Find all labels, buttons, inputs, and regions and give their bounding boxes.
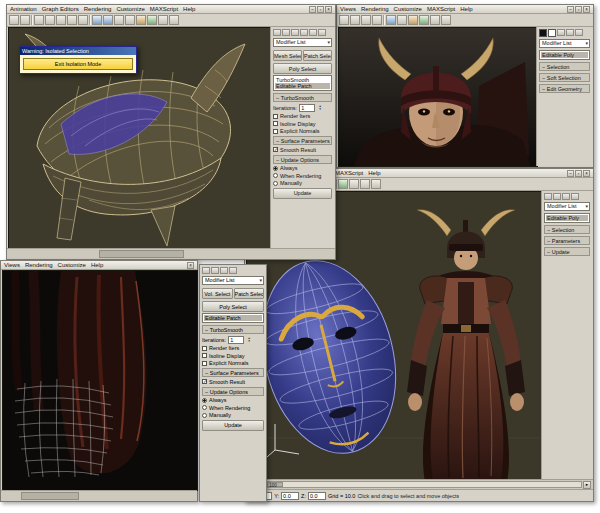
menu-views[interactable]: Views: [340, 6, 356, 12]
select-icon[interactable]: [34, 15, 44, 25]
menu-help[interactable]: Help: [368, 170, 380, 176]
maximize-icon[interactable]: ▫: [575, 170, 582, 177]
viewport-cloth[interactable]: [2, 270, 198, 491]
modifier-list-dropdown[interactable]: Modifier List: [539, 39, 590, 48]
scrollbar-thumb[interactable]: [99, 250, 184, 258]
poly-select-button[interactable]: Poly Select: [202, 301, 264, 312]
render-icon[interactable]: [338, 179, 348, 189]
display-tab-icon[interactable]: [571, 193, 579, 200]
menu-views[interactable]: Views: [4, 262, 20, 268]
smooth-result-checkbox[interactable]: [202, 379, 207, 384]
utilities-tab-icon[interactable]: [229, 267, 237, 274]
horizontal-scrollbar[interactable]: [1, 490, 197, 501]
modifier-list-dropdown[interactable]: Modifier List: [544, 202, 590, 211]
scale-icon[interactable]: [372, 15, 382, 25]
modify-tab-icon[interactable]: [282, 29, 290, 36]
update-button[interactable]: Update: [202, 420, 264, 431]
render-iters-checkbox[interactable]: [273, 114, 278, 119]
rollout-update-options[interactable]: Update Options: [273, 155, 332, 164]
close-icon[interactable]: ×: [583, 6, 590, 13]
create-tab-icon[interactable]: [202, 267, 210, 274]
rollout-selection[interactable]: Selection: [539, 62, 590, 71]
undo-icon[interactable]: [9, 15, 19, 25]
stack-item-editable-poly[interactable]: Editable Poly: [546, 215, 588, 221]
menu-help[interactable]: Help: [91, 262, 103, 268]
rollout-update[interactable]: Update: [544, 247, 590, 256]
modify-tab-icon[interactable]: [553, 193, 561, 200]
snap-icon[interactable]: [386, 15, 396, 25]
stack-item-editable-poly[interactable]: Editable Poly: [541, 52, 588, 58]
rollout-edit-geometry[interactable]: Edit Geometry: [539, 84, 590, 93]
menu-animation[interactable]: Animation: [10, 6, 37, 12]
always-radio[interactable]: [273, 166, 278, 171]
close-icon[interactable]: ×: [325, 6, 332, 13]
create-tab-icon[interactable]: [273, 29, 281, 36]
rollout-turbosmooth[interactable]: TurboSmooth: [273, 93, 332, 102]
mirror-icon[interactable]: [397, 15, 407, 25]
hierarchy-tab-icon[interactable]: [562, 193, 570, 200]
motion-tab-icon[interactable]: [300, 29, 308, 36]
maximize-icon[interactable]: ▫: [317, 6, 324, 13]
move-icon[interactable]: [56, 15, 66, 25]
smooth-result-checkbox[interactable]: [273, 147, 278, 152]
manually-radio[interactable]: [273, 181, 278, 186]
menu-rendering[interactable]: Rendering: [25, 262, 53, 268]
toolbar-icon[interactable]: [349, 179, 359, 189]
modifier-list-dropdown[interactable]: Modifier List: [202, 276, 264, 285]
menu-customize[interactable]: Customize: [394, 6, 422, 12]
spinner-down-icon[interactable]: ▾: [317, 108, 323, 111]
angle-snap-icon[interactable]: [103, 15, 113, 25]
rollout-surface-parameters[interactable]: Surface Parameters: [273, 136, 332, 145]
create-tab-icon[interactable]: [544, 193, 552, 200]
display-tab-icon[interactable]: [220, 267, 228, 274]
iterations-spinner[interactable]: ▴ ▾: [317, 105, 323, 111]
menu-customize[interactable]: Customize: [116, 6, 144, 12]
horizontal-scrollbar[interactable]: [7, 248, 335, 259]
close-icon[interactable]: ×: [187, 262, 194, 269]
move-icon[interactable]: [350, 15, 360, 25]
manually-radio[interactable]: [202, 413, 207, 418]
render-icon[interactable]: [419, 15, 429, 25]
patch-select-button[interactable]: Patch Select: [234, 288, 265, 299]
mesh-select-button[interactable]: Mesh Select: [273, 50, 302, 61]
material-editor-icon[interactable]: [408, 15, 418, 25]
render-iters-checkbox[interactable]: [202, 346, 207, 351]
rollout-parameters[interactable]: Parameters: [544, 236, 590, 245]
isoline-display-checkbox[interactable]: [202, 353, 207, 358]
toolbar-icon[interactable]: [360, 179, 370, 189]
select-icon[interactable]: [339, 15, 349, 25]
explicit-normals-checkbox[interactable]: [202, 361, 207, 366]
redo-icon[interactable]: [20, 15, 30, 25]
when-rendering-radio[interactable]: [202, 405, 207, 410]
always-radio[interactable]: [202, 398, 207, 403]
rollout-update-options[interactable]: Update Options: [202, 387, 264, 396]
menu-maxscript[interactable]: MAXScript: [150, 6, 178, 12]
scale-icon[interactable]: [78, 15, 88, 25]
toolbar-icon[interactable]: [158, 15, 168, 25]
hierarchy-tab-icon[interactable]: [291, 29, 299, 36]
align-icon[interactable]: [125, 15, 135, 25]
minimize-icon[interactable]: –: [309, 6, 316, 13]
explicit-normals-checkbox[interactable]: [273, 129, 278, 134]
rollout-surface-parameters[interactable]: Surface Parameters: [202, 368, 264, 377]
create-tab-icon[interactable]: [557, 29, 565, 36]
toolbar-icon[interactable]: [371, 179, 381, 189]
modify-tab-icon[interactable]: [566, 29, 574, 36]
rollout-turbosmooth[interactable]: TurboSmooth: [202, 325, 264, 334]
maximize-icon[interactable]: ▫: [575, 6, 582, 13]
minimize-icon[interactable]: –: [567, 170, 574, 177]
z-coordinate-field[interactable]: 0.0: [308, 492, 326, 500]
rollout-selection[interactable]: Selection: [544, 225, 590, 234]
update-button[interactable]: Update: [273, 188, 332, 199]
menu-customize[interactable]: Customize: [58, 262, 86, 268]
iterations-field[interactable]: 1: [228, 336, 244, 344]
viewport-helmet[interactable]: Warning: Isolated Selection Exit Isolati…: [8, 27, 272, 249]
toolbar-icon[interactable]: [169, 15, 179, 25]
iterations-field[interactable]: 1: [299, 104, 315, 112]
menu-help[interactable]: Help: [183, 6, 195, 12]
menu-rendering[interactable]: Rendering: [361, 6, 389, 12]
utilities-tab-icon[interactable]: [318, 29, 326, 36]
material-editor-icon[interactable]: [136, 15, 146, 25]
timeline-next-icon[interactable]: ►: [583, 481, 591, 489]
viewport-head[interactable]: [338, 27, 538, 167]
